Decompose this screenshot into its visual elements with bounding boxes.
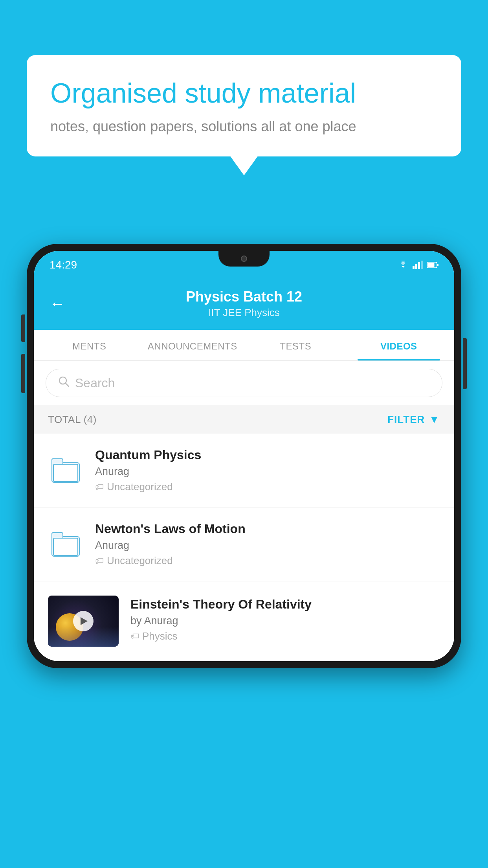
tab-tests[interactable]: TESTS	[244, 330, 347, 360]
status-time: 14:29	[50, 259, 77, 271]
camera-dot	[241, 256, 247, 262]
folder-icon	[51, 458, 80, 483]
speech-bubble-card: Organised study material notes, question…	[27, 55, 461, 156]
volume-up-button	[21, 314, 25, 342]
tab-ments[interactable]: MENTS	[38, 330, 141, 360]
item-author: by Anurag	[130, 615, 440, 627]
svg-rect-1	[415, 264, 417, 269]
batch-name: Physics Batch 12	[186, 289, 302, 305]
search-box[interactable]: Search	[46, 369, 442, 397]
bubble-title: Organised study material	[50, 77, 438, 110]
speech-bubble-section: Organised study material notes, question…	[27, 55, 461, 156]
header-title-area: Physics Batch 12 IIT JEE Physics	[186, 289, 302, 319]
item-tag: 🏷 Physics	[130, 630, 440, 642]
back-button[interactable]: ←	[50, 295, 65, 313]
signal-icon	[413, 261, 423, 269]
tag-icon: 🏷	[95, 556, 104, 566]
header-tags: IIT JEE Physics	[186, 307, 302, 319]
tab-videos[interactable]: VIDEOS	[347, 330, 451, 360]
total-count: TOTAL (4)	[48, 414, 97, 426]
item-text: Einstein's Theory Of Relativity by Anura…	[130, 596, 440, 642]
item-text: Quantum Physics Anurag 🏷 Uncategorized	[95, 448, 440, 493]
svg-rect-2	[418, 262, 420, 269]
svg-rect-6	[437, 264, 438, 266]
status-icons	[398, 261, 438, 269]
filter-icon: ▼	[429, 413, 440, 426]
tabs-bar: MENTS ANNOUNCEMENTS TESTS VIDEOS	[34, 330, 454, 361]
search-area: Search	[34, 361, 454, 405]
wifi-icon	[398, 261, 409, 269]
tag-label: Uncategorized	[107, 555, 173, 567]
filter-button[interactable]: FILTER ▼	[387, 413, 440, 426]
play-button[interactable]	[73, 611, 94, 631]
item-text: Newton's Laws of Motion Anurag 🏷 Uncateg…	[95, 522, 440, 567]
folder-icon-wrap	[48, 458, 83, 483]
svg-line-8	[66, 383, 69, 386]
phone-container: 14:29	[27, 244, 461, 868]
folder-icon-wrap	[48, 532, 83, 557]
power-button	[463, 338, 467, 389]
tag-label: Physics	[142, 630, 178, 642]
svg-rect-0	[413, 266, 415, 269]
list-item-einstein[interactable]: Einstein's Theory Of Relativity by Anura…	[34, 581, 454, 661]
tag-icon: 🏷	[95, 482, 104, 492]
phone-screen: 14:29	[34, 251, 454, 661]
item-tag: 🏷 Uncategorized	[95, 555, 440, 567]
search-placeholder: Search	[75, 376, 115, 390]
svg-rect-3	[421, 261, 423, 269]
item-title: Newton's Laws of Motion	[95, 522, 440, 536]
item-title: Einstein's Theory Of Relativity	[130, 597, 440, 612]
list-item[interactable]: Newton's Laws of Motion Anurag 🏷 Uncateg…	[34, 508, 454, 581]
tag-label: Uncategorized	[107, 481, 173, 493]
filter-bar: TOTAL (4) FILTER ▼	[34, 405, 454, 434]
battery-icon	[427, 261, 438, 268]
status-bar: 14:29	[34, 251, 454, 279]
volume-down-button	[21, 354, 25, 393]
folder-icon	[51, 532, 80, 557]
video-thumbnail	[48, 596, 119, 647]
notch	[218, 251, 270, 267]
item-author: Anurag	[95, 465, 440, 478]
tag-icon: 🏷	[130, 631, 139, 642]
item-author: Anurag	[95, 539, 440, 552]
svg-rect-5	[427, 263, 435, 267]
item-tag: 🏷 Uncategorized	[95, 481, 440, 493]
bubble-subtitle: notes, question papers, solutions all at…	[50, 118, 438, 135]
phone-outer-shell: 14:29	[27, 244, 461, 668]
item-title: Quantum Physics	[95, 448, 440, 462]
filter-label: FILTER	[387, 414, 425, 426]
search-icon	[58, 375, 70, 390]
list-item[interactable]: Quantum Physics Anurag 🏷 Uncategorized	[34, 434, 454, 508]
app-header: ← Physics Batch 12 IIT JEE Physics	[34, 279, 454, 330]
tab-announcements[interactable]: ANNOUNCEMENTS	[141, 330, 244, 360]
content-list: Quantum Physics Anurag 🏷 Uncategorized	[34, 434, 454, 661]
